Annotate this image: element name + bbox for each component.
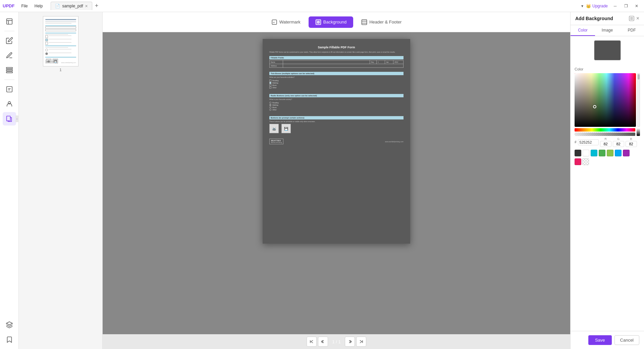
sidebar-arrow: ›	[15, 115, 19, 122]
pdf-radio-question: What is your favourite activity?	[269, 98, 404, 100]
prev-fast-btn[interactable]	[318, 337, 328, 347]
swatch-row	[575, 150, 640, 156]
tab-background[interactable]: Background	[309, 16, 353, 28]
swatch-transparent[interactable]	[582, 158, 589, 165]
hex-input[interactable]	[578, 139, 599, 145]
upgrade-button[interactable]: 👑 Upgrade	[586, 4, 608, 8]
pdf-section-buttons: Buttons (to prompt certain actions)	[269, 116, 404, 119]
r-input[interactable]	[600, 141, 611, 147]
current-page: 1	[332, 339, 334, 344]
sidebar-icon-annotate[interactable]	[3, 49, 16, 62]
swatch-dark[interactable]	[575, 150, 581, 156]
close-btn[interactable]: ✕	[632, 2, 641, 10]
list-item: Reading	[269, 80, 404, 82]
hue-strip[interactable]	[575, 128, 635, 132]
prev-fast-icon	[321, 340, 325, 344]
tab-color[interactable]: Color	[571, 25, 595, 36]
tab-close-btn[interactable]: ×	[85, 3, 88, 9]
tab-watermark-label: Watermark	[279, 19, 301, 24]
menu-file[interactable]: File	[18, 3, 30, 9]
panel-actions: Save Cancel	[571, 331, 644, 349]
menu-help[interactable]: Help	[32, 3, 46, 9]
sidebar-icon-organize[interactable]	[3, 63, 16, 77]
bw-strip[interactable]	[637, 128, 640, 136]
panel-title: Add Background	[575, 16, 613, 21]
sidebar-icon-edit[interactable]	[3, 34, 16, 47]
tab-image[interactable]: Image	[595, 25, 620, 36]
sidebar-divider-2	[4, 80, 14, 80]
sidebar-icon-convert[interactable]: ›	[3, 112, 16, 126]
tab-watermark[interactable]: W Watermark	[265, 16, 307, 28]
sidebar-icon-form[interactable]	[3, 83, 16, 96]
sidebar-divider-1	[4, 31, 14, 31]
swatch-green[interactable]	[599, 150, 605, 156]
color-preview-box	[594, 40, 621, 60]
background-icon	[315, 19, 321, 25]
hex-label: #	[575, 140, 577, 144]
save-button[interactable]: Save	[588, 335, 612, 345]
swatch-blue[interactable]	[615, 150, 622, 156]
swatch-lightgreen[interactable]	[607, 150, 613, 156]
next-fast-btn[interactable]	[345, 337, 355, 347]
maximize-btn[interactable]: ❐	[621, 2, 631, 10]
swatch-white[interactable]	[583, 150, 589, 156]
pdf-print-btn: 🖨️	[269, 124, 279, 133]
watermark-icon: W	[271, 19, 277, 25]
checkbox-other	[269, 87, 271, 89]
new-tab-btn[interactable]: +	[92, 2, 101, 9]
minimize-btn[interactable]: ─	[610, 2, 620, 10]
titlebar-right: ▾ 👑 Upgrade ─ ❐ ✕	[581, 2, 641, 10]
pdf-buttons-section: Buttons (to prompt certain actions) Thes…	[269, 116, 404, 133]
svg-rect-6	[6, 87, 12, 92]
total-pages: 1	[338, 339, 340, 344]
page-info: 1 / 1	[329, 339, 343, 344]
strips-row	[575, 128, 640, 136]
svg-rect-4	[6, 69, 12, 71]
pdf-section-radio: Radio Buttons (only one option can be se…	[269, 94, 404, 97]
thumbnail-page-1[interactable]: 🖨 💾 BEATTIES www.worldofprinting.com 1	[43, 16, 78, 72]
list-item: Other	[269, 87, 404, 89]
b-input[interactable]	[626, 141, 637, 147]
alpha-strip[interactable]	[575, 133, 635, 136]
cancel-button[interactable]: Cancel	[614, 335, 639, 345]
radio-music	[269, 106, 271, 108]
g-input[interactable]	[613, 141, 624, 147]
picker-scrollbar	[637, 73, 640, 127]
document-tab[interactable]: 📄 sample_pdf ×	[51, 2, 92, 10]
upgrade-icon: 👑	[586, 4, 591, 8]
svg-rect-3	[6, 67, 12, 69]
first-page-btn[interactable]	[307, 337, 317, 347]
last-page-btn[interactable]	[356, 337, 366, 347]
pdf-check-list: Reading Walking Music Other	[269, 80, 404, 89]
svg-rect-10	[6, 116, 10, 121]
sidebar-icon-pageview[interactable]	[3, 15, 16, 28]
swatch-row-2	[575, 158, 640, 165]
panel-tabs: Color Image PDF	[571, 25, 644, 36]
pdf-btn-group: 🖨️ 💾	[269, 124, 404, 133]
upgrade-label: Upgrade	[592, 4, 608, 8]
main-layout: ›	[0, 12, 644, 349]
tab-pdf[interactable]: PDF	[620, 25, 644, 36]
last-page-icon	[359, 340, 363, 344]
svg-rect-5	[6, 72, 12, 73]
thumbnail-img-1: 🖨 💾 BEATTIES www.worldofprinting.com	[43, 16, 78, 66]
swatch-pink[interactable]	[575, 158, 581, 165]
scrollbar-thumb	[638, 74, 640, 80]
sidebar-icon-bookmark[interactable]	[3, 333, 16, 346]
pdf-radio-section: Radio Buttons (only one option can be se…	[269, 94, 404, 111]
swatch-purple[interactable]	[623, 150, 630, 156]
color-gradient-picker[interactable]	[575, 73, 636, 127]
pdf-save-btn: 💾	[281, 124, 291, 133]
sidebar-icon-stamp[interactable]	[3, 97, 16, 111]
sidebar-icon-layers[interactable]	[3, 318, 16, 332]
color-preview-area	[571, 36, 644, 64]
svg-point-15	[317, 21, 319, 23]
picker-cursor	[593, 105, 596, 108]
tab-header-footer[interactable]: Header & Footer	[355, 16, 408, 28]
radio-other	[269, 109, 271, 111]
panel-close-btn[interactable]: ×	[636, 15, 639, 21]
viewer-area: Sample Fillable PDF Form Fillable PDF fo…	[103, 32, 570, 334]
titlebar: UPDF File Help 📄 sample_pdf × + ▾ 👑 Upgr…	[0, 0, 644, 12]
dropdown-arrow-btn[interactable]: ▾	[581, 4, 583, 8]
swatch-cyan[interactable]	[591, 150, 597, 156]
